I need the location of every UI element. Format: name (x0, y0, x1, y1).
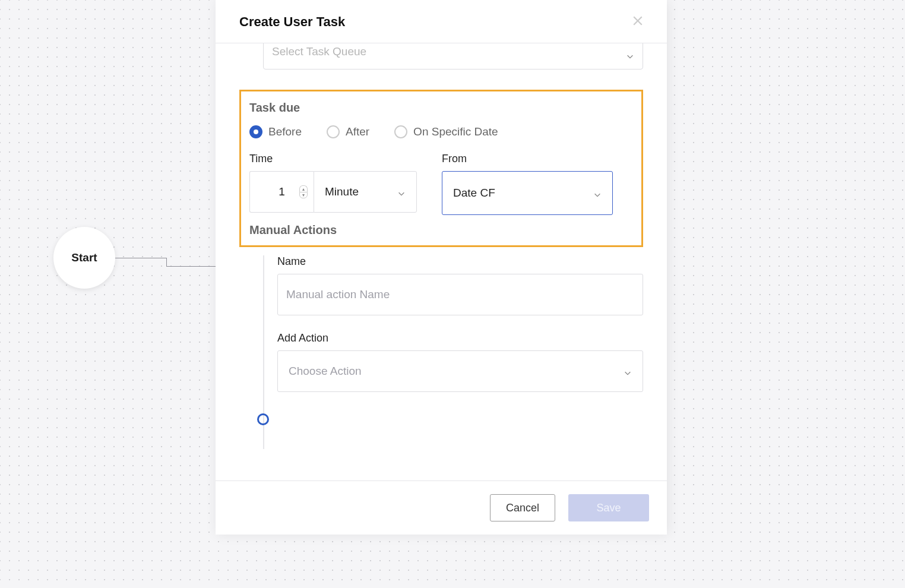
radio-icon (394, 125, 407, 138)
quantity-stepper: ▴ ▾ (299, 185, 308, 198)
connector-line (166, 258, 167, 266)
from-label: From (442, 153, 613, 165)
add-action-field: Add Action Choose Action (277, 332, 643, 392)
connector-line (115, 258, 166, 258)
task-queue-select[interactable]: Select Task Queue (263, 43, 643, 69)
radio-after-label: After (346, 125, 369, 138)
cancel-button-label: Cancel (506, 502, 539, 514)
connector-line (166, 266, 220, 267)
start-node-label: Start (71, 251, 97, 264)
add-action-label: Add Action (277, 332, 643, 344)
task-due-radio-group: Before After On Specific Date (249, 125, 634, 138)
task-queue-placeholder: Select Task Queue (272, 45, 366, 58)
time-value: 1 (279, 185, 285, 198)
close-icon[interactable] (632, 15, 643, 29)
radio-before[interactable]: Before (249, 125, 302, 138)
manual-actions-title: Manual Actions (249, 223, 634, 237)
time-unit-value: Minute (325, 185, 359, 198)
radio-icon (327, 125, 340, 138)
chevron-down-icon (626, 50, 634, 59)
time-value-input[interactable]: 1 ▴ ▾ (249, 171, 314, 213)
time-label: Time (249, 153, 417, 165)
save-button[interactable]: Save (568, 494, 649, 521)
time-unit-select[interactable]: Minute (314, 171, 417, 213)
modal-body: Select Task Queue Task due Before After … (216, 43, 667, 480)
stepper-down-icon[interactable]: ▾ (299, 192, 308, 198)
from-field: From Date CF (442, 153, 613, 215)
cancel-button[interactable]: Cancel (490, 494, 555, 521)
manual-action-name-input[interactable] (277, 274, 643, 315)
create-user-task-modal: Create User Task Select Task Queue Task … (216, 0, 667, 535)
start-node[interactable]: Start (53, 227, 115, 289)
modal-footer: Cancel Save (216, 480, 667, 535)
save-button-label: Save (596, 502, 621, 514)
from-select[interactable]: Date CF (442, 171, 613, 215)
radio-specific-date[interactable]: On Specific Date (394, 125, 498, 138)
radio-icon (249, 125, 262, 138)
modal-header: Create User Task (216, 0, 667, 43)
radio-icon[interactable] (257, 413, 269, 425)
from-value: Date CF (453, 186, 495, 200)
stepper-up-icon[interactable]: ▴ (299, 185, 308, 192)
time-field: Time 1 ▴ ▾ Minute (249, 153, 417, 215)
chevron-down-icon (624, 367, 632, 375)
manual-actions-section: Name Add Action Choose Action (263, 255, 643, 449)
task-due-section-highlight: Task due Before After On Specific Date T… (239, 90, 643, 247)
time-input-group: 1 ▴ ▾ Minute (249, 171, 417, 213)
chevron-down-icon (397, 188, 406, 196)
add-action-placeholder: Choose Action (289, 365, 362, 378)
radio-after[interactable]: After (327, 125, 369, 138)
name-label: Name (277, 255, 643, 268)
modal-title: Create User Task (239, 14, 345, 30)
task-due-title: Task due (249, 101, 634, 115)
time-from-row: Time 1 ▴ ▾ Minute (249, 153, 634, 215)
radio-before-label: Before (268, 125, 302, 138)
radio-specific-label: On Specific Date (413, 125, 498, 138)
chevron-down-icon (593, 189, 602, 197)
manual-name-field: Name (277, 255, 643, 315)
add-action-select[interactable]: Choose Action (277, 350, 643, 392)
